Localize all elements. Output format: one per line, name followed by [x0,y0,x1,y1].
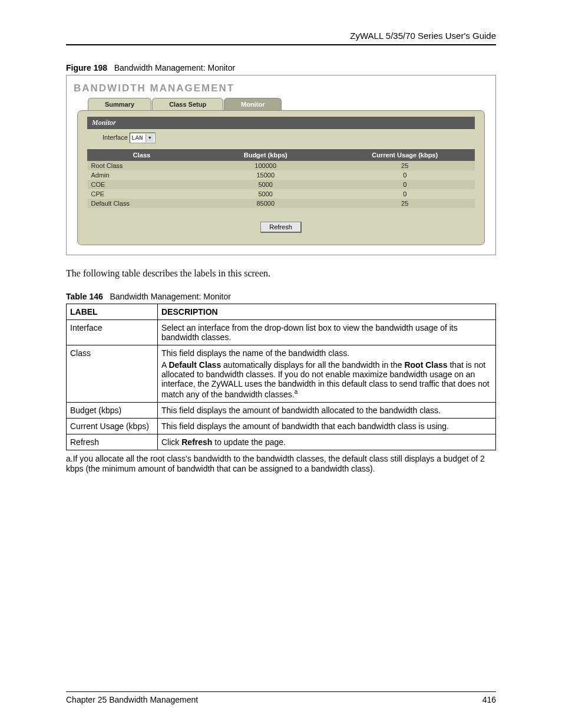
footnote-ref: a [295,388,298,395]
tab-monitor[interactable]: Monitor [224,98,282,110]
table-caption: Table 146 Bandwidth Management: Monitor [66,292,496,301]
cell-desc: Click Refresh to update the page. [158,434,496,450]
cell-usage: 25 [335,199,475,208]
cell-desc: This field displays the amount of bandwi… [158,418,496,434]
cell-usage: 25 [335,161,475,171]
figure-caption: Figure 198 Bandwidth Management: Monitor [66,63,496,73]
tab-class-setup[interactable]: Class Setup [152,98,223,110]
cell-desc: This field displays the amount of bandwi… [158,402,496,418]
table-title: Bandwidth Management: Monitor [110,292,230,301]
footer-chapter: Chapter 25 Bandwidth Management [66,695,198,704]
cell-budget: 100000 [196,161,335,171]
table-number: Table 146 [66,292,103,301]
cell-desc: Select an interface from the drop-down l… [158,320,496,345]
monitor-panel: Monitor Interface LAN▾ Class Budget (kbp… [77,110,485,245]
cell-label: Class [67,345,158,403]
footer-page-number: 416 [482,695,496,704]
intro-paragraph: The following table describes the labels… [66,268,496,279]
screenshot-title: BANDWIDTH MANAGEMENT [74,83,490,94]
class-desc-p2: A Default Class automatically displays f… [161,360,492,399]
table-row: Class This field displays the name of th… [67,345,496,403]
cell-budget: 15000 [196,170,335,180]
description-table: LABEL DESCRIPTION Interface Select an in… [66,304,496,450]
figure-number: Figure 198 [66,63,107,73]
tab-bar: Summary Class Setup Monitor [88,98,490,110]
cell-usage: 0 [335,180,475,189]
table-row: COE 5000 0 [88,180,475,189]
interface-row: Interface LAN▾ [103,133,475,143]
table-row: Root Class 100000 25 [88,161,475,171]
interface-value: LAN [131,134,143,141]
cell-label: Refresh [67,434,158,450]
col-header-class: Class [88,150,196,161]
cell-class: COE [88,180,196,189]
cell-desc: This field displays the name of the band… [158,345,496,403]
cell-class: Admin [88,170,196,180]
refresh-button[interactable]: Refresh [260,222,302,233]
class-desc-p1: This field displays the name of the band… [161,348,492,358]
table-row: Admin 15000 0 [88,170,475,180]
cell-label: Interface [67,320,158,345]
bandwidth-table: Class Budget (kbps) Current Usage (kbps)… [87,149,475,208]
tab-summary[interactable]: Summary [88,98,151,110]
cell-label: Current Usage (kbps) [67,418,158,434]
panel-subheader: Monitor [87,117,475,129]
chevron-down-icon: ▾ [146,134,154,142]
table-row: Current Usage (kbps) This field displays… [67,418,496,434]
footnote: a.If you allocate all the root class's b… [66,454,496,475]
th-label: LABEL [67,304,158,320]
cell-class: CPE [88,189,196,199]
page-footer: Chapter 25 Bandwidth Management 416 [66,691,496,704]
table-row: CPE 5000 0 [88,189,475,199]
screenshot-panel: BANDWIDTH MANAGEMENT Summary Class Setup… [66,75,496,255]
table-row: Refresh Click Refresh to update the page… [67,434,496,450]
figure-title: Bandwidth Management: Monitor [114,63,235,73]
interface-label: Interface [103,134,128,141]
page-header: ZyWALL 5/35/70 Series User's Guide [66,31,496,45]
cell-budget: 85000 [196,199,335,208]
table-row: Default Class 85000 25 [88,199,475,208]
cell-usage: 0 [335,189,475,199]
cell-budget: 5000 [196,180,335,189]
col-header-budget: Budget (kbps) [196,150,335,161]
cell-budget: 5000 [196,189,335,199]
th-description: DESCRIPTION [158,304,496,320]
cell-class: Default Class [88,199,196,208]
col-header-usage: Current Usage (kbps) [335,150,475,161]
interface-select[interactable]: LAN▾ [130,133,156,143]
cell-usage: 0 [335,170,475,180]
table-row: Budget (kbps) This field displays the am… [67,402,496,418]
cell-class: Root Class [88,161,196,171]
table-row: Interface Select an interface from the d… [67,320,496,345]
cell-label: Budget (kbps) [67,402,158,418]
